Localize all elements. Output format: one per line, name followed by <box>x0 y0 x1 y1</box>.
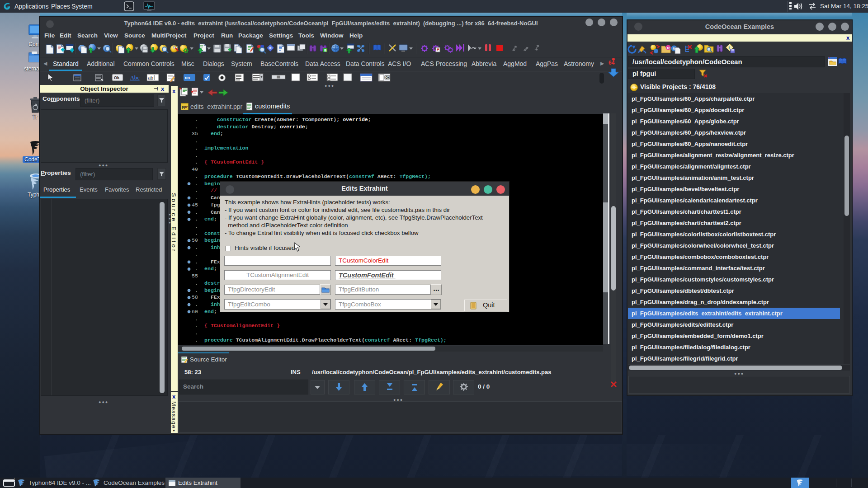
svg-text:i: i <box>729 46 730 50</box>
svg-text:ab: ab <box>148 75 153 80</box>
svg-text:Ok: Ok <box>386 76 390 79</box>
svg-text:R: R <box>667 46 670 50</box>
svg-text:B: B <box>324 48 327 52</box>
svg-text:9: 9 <box>673 47 675 51</box>
svg-text:Abc: Abc <box>130 75 140 81</box>
svg-text:on: on <box>185 75 190 80</box>
svg-text:Ok: Ok <box>114 75 120 80</box>
